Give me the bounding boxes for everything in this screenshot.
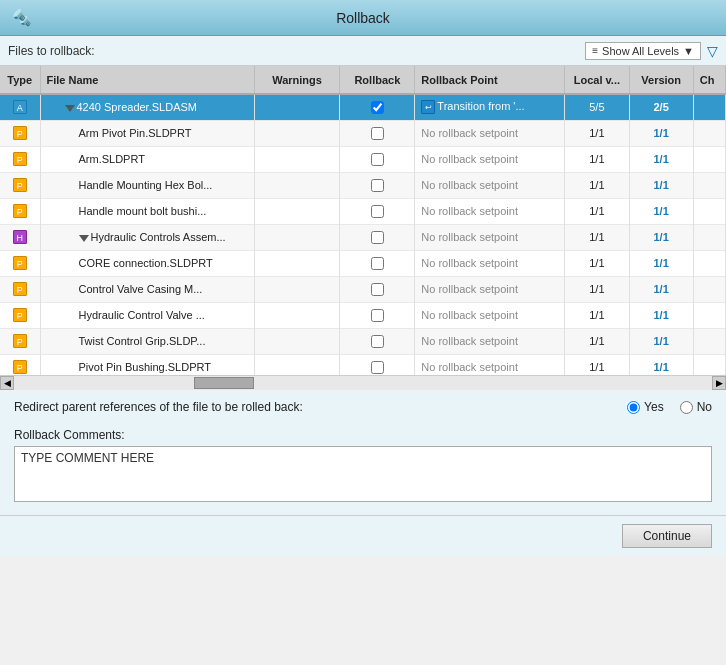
table-row[interactable]: A4240 Spreader.SLDASM↩Transition from '.… bbox=[0, 94, 726, 120]
comments-input[interactable]: TYPE COMMENT HERE bbox=[14, 446, 712, 502]
rollback-point-cell: No rollback setpoint bbox=[415, 302, 565, 328]
rollback-point-cell: No rollback setpoint bbox=[415, 328, 565, 354]
filename-text: 4240 Spreader.SLDASM bbox=[47, 101, 197, 113]
rollback-checkbox[interactable] bbox=[371, 205, 384, 218]
rollback-checkbox[interactable] bbox=[371, 283, 384, 296]
col-local-v: Local v... bbox=[565, 66, 629, 94]
rollback-checkbox[interactable] bbox=[371, 127, 384, 140]
filename-cell[interactable]: Pivot Pin Bushing.SLDPRT bbox=[40, 354, 254, 376]
rollback-cell[interactable] bbox=[340, 172, 415, 198]
local-version-cell: 1/1 bbox=[565, 328, 629, 354]
rollback-checkbox[interactable] bbox=[371, 231, 384, 244]
redirect-label: Redirect parent references of the file t… bbox=[14, 400, 607, 414]
continue-button[interactable]: Continue bbox=[622, 524, 712, 548]
files-label: Files to rollback: bbox=[8, 44, 95, 58]
special-asm-type-icon: H bbox=[13, 230, 27, 244]
title-bar: 🔩 Rollback bbox=[0, 0, 726, 36]
scroll-left-button[interactable]: ◀ bbox=[0, 376, 14, 390]
rollback-checkbox[interactable] bbox=[371, 361, 384, 374]
table-row[interactable]: PArm.SLDPRTNo rollback setpoint1/11/1 bbox=[0, 146, 726, 172]
table-row[interactable]: PHydraulic Control Valve ...No rollback … bbox=[0, 302, 726, 328]
rollback-checkbox[interactable] bbox=[371, 309, 384, 322]
part-type-icon: P bbox=[13, 334, 27, 348]
col-rollback: Rollback bbox=[340, 66, 415, 94]
col-version: Version bbox=[629, 66, 693, 94]
rollback-checkbox[interactable] bbox=[371, 257, 384, 270]
rollback-cell[interactable] bbox=[340, 302, 415, 328]
rollback-point-text: No rollback setpoint bbox=[421, 283, 518, 295]
filename-cell[interactable]: Arm.SLDPRT bbox=[40, 146, 254, 172]
table-row[interactable]: PArm Pivot Pin.SLDPRTNo rollback setpoin… bbox=[0, 120, 726, 146]
rollback-cell[interactable] bbox=[340, 120, 415, 146]
rollback-point-text: No rollback setpoint bbox=[421, 231, 518, 243]
rollback-cell[interactable] bbox=[340, 146, 415, 172]
version-cell: 1/1 bbox=[629, 120, 693, 146]
radio-yes-option[interactable]: Yes bbox=[627, 400, 664, 414]
table-row[interactable]: PControl Valve Casing M...No rollback se… bbox=[0, 276, 726, 302]
rollback-point-cell: No rollback setpoint bbox=[415, 224, 565, 250]
rollback-checkbox[interactable] bbox=[371, 335, 384, 348]
filename-cell[interactable]: Hydraulic Controls Assem... bbox=[40, 224, 254, 250]
table-row[interactable]: PCORE connection.SLDPRTNo rollback setpo… bbox=[0, 250, 726, 276]
filter-button[interactable]: ▽ bbox=[707, 43, 718, 59]
filename-cell[interactable]: Handle Mounting Hex Bol... bbox=[40, 172, 254, 198]
rollback-point-text: No rollback setpoint bbox=[421, 179, 518, 191]
version-cell: 1/1 bbox=[629, 146, 693, 172]
rollback-cell[interactable] bbox=[340, 354, 415, 376]
table-row[interactable]: PHandle Mounting Hex Bol...No rollback s… bbox=[0, 172, 726, 198]
rollback-point-text: No rollback setpoint bbox=[421, 335, 518, 347]
type-cell: P bbox=[0, 302, 40, 328]
filename-cell[interactable]: Control Valve Casing M... bbox=[40, 276, 254, 302]
radio-no-option[interactable]: No bbox=[680, 400, 712, 414]
rollback-checkbox[interactable] bbox=[371, 101, 384, 114]
rollback-checkbox[interactable] bbox=[371, 153, 384, 166]
local-version-cell: 1/1 bbox=[565, 120, 629, 146]
redirect-row: Redirect parent references of the file t… bbox=[14, 400, 712, 414]
filename-cell[interactable]: 4240 Spreader.SLDASM bbox=[40, 94, 254, 120]
radio-yes[interactable] bbox=[627, 401, 640, 414]
collapse-down-icon[interactable] bbox=[65, 105, 75, 112]
version-cell: 1/1 bbox=[629, 198, 693, 224]
horizontal-scrollbar[interactable]: ◀ ▶ bbox=[0, 376, 726, 390]
table-row[interactable]: PPivot Pin Bushing.SLDPRTNo rollback set… bbox=[0, 354, 726, 376]
filename-cell[interactable]: Handle mount bolt bushi... bbox=[40, 198, 254, 224]
local-version-cell: 5/5 bbox=[565, 94, 629, 120]
rollback-cell[interactable] bbox=[340, 198, 415, 224]
table-row[interactable]: PHandle mount bolt bushi...No rollback s… bbox=[0, 198, 726, 224]
rollback-cell[interactable] bbox=[340, 276, 415, 302]
filename-cell[interactable]: Arm Pivot Pin.SLDPRT bbox=[40, 120, 254, 146]
table-container: Type File Name Warnings Rollback Rollbac… bbox=[0, 66, 726, 376]
version-cell: 1/1 bbox=[629, 328, 693, 354]
filename-cell[interactable]: Twist Control Grip.SLDP... bbox=[40, 328, 254, 354]
window-title: Rollback bbox=[336, 10, 390, 26]
rollback-point-text: No rollback setpoint bbox=[421, 205, 518, 217]
ch-cell bbox=[693, 198, 725, 224]
show-all-levels-button[interactable]: ≡ Show All Levels ▼ bbox=[585, 42, 701, 60]
rollback-cell[interactable] bbox=[340, 224, 415, 250]
version-cell: 1/1 bbox=[629, 276, 693, 302]
footer: Continue bbox=[0, 515, 726, 556]
type-cell: P bbox=[0, 120, 40, 146]
part-type-icon: P bbox=[13, 126, 27, 140]
table-row[interactable]: HHydraulic Controls Assem...No rollback … bbox=[0, 224, 726, 250]
radio-group: Yes No bbox=[627, 400, 712, 414]
rollback-cell[interactable] bbox=[340, 94, 415, 120]
rollback-cell[interactable] bbox=[340, 250, 415, 276]
col-filename: File Name bbox=[40, 66, 254, 94]
radio-yes-label: Yes bbox=[644, 400, 664, 414]
rollback-checkbox[interactable] bbox=[371, 179, 384, 192]
filename-cell[interactable]: Hydraulic Control Valve ... bbox=[40, 302, 254, 328]
rollback-cell[interactable] bbox=[340, 328, 415, 354]
rollback-point-cell: No rollback setpoint bbox=[415, 198, 565, 224]
scroll-thumb[interactable] bbox=[194, 377, 254, 389]
filename-cell[interactable]: CORE connection.SLDPRT bbox=[40, 250, 254, 276]
radio-no[interactable] bbox=[680, 401, 693, 414]
scroll-right-button[interactable]: ▶ bbox=[712, 376, 726, 390]
ch-cell bbox=[693, 224, 725, 250]
rollback-point-cell: No rollback setpoint bbox=[415, 276, 565, 302]
type-cell: P bbox=[0, 172, 40, 198]
scroll-track[interactable] bbox=[14, 376, 712, 390]
table-row[interactable]: PTwist Control Grip.SLDP...No rollback s… bbox=[0, 328, 726, 354]
rollback-point-text: No rollback setpoint bbox=[421, 257, 518, 269]
collapse-down-icon[interactable] bbox=[79, 235, 89, 242]
